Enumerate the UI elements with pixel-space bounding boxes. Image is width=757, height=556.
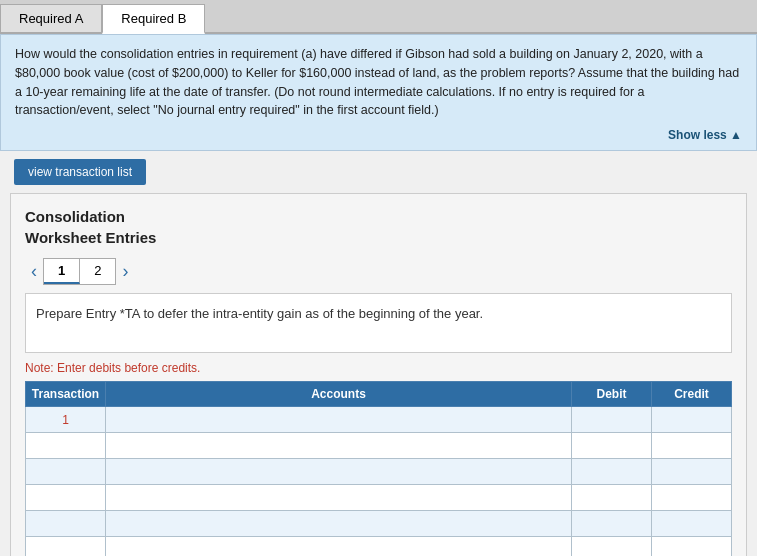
entry-table: Transaction Accounts Debit Credit 1 bbox=[25, 381, 732, 556]
col-accounts: Accounts bbox=[106, 382, 572, 407]
next-entry-arrow[interactable]: › bbox=[116, 261, 134, 282]
debit-cell bbox=[572, 433, 652, 459]
prev-entry-arrow[interactable]: ‹ bbox=[25, 261, 43, 282]
debit-cell bbox=[572, 537, 652, 557]
account-input[interactable] bbox=[106, 407, 571, 432]
transaction-cell bbox=[26, 433, 106, 459]
transaction-cell bbox=[26, 485, 106, 511]
entry-tabs: 1 2 bbox=[43, 258, 116, 285]
account-cell bbox=[106, 433, 572, 459]
debit-input[interactable] bbox=[572, 485, 651, 510]
show-less-button[interactable]: Show less ▲ bbox=[15, 124, 742, 144]
instruction-box: Prepare Entry *TA to defer the intra-ent… bbox=[25, 293, 732, 353]
credit-cell bbox=[652, 407, 732, 433]
instruction-text: Prepare Entry *TA to defer the intra-ent… bbox=[36, 306, 483, 321]
transaction-cell bbox=[26, 511, 106, 537]
entry-tab-1[interactable]: 1 bbox=[44, 259, 80, 284]
debit-cell bbox=[572, 485, 652, 511]
credit-cell bbox=[652, 511, 732, 537]
credit-cell bbox=[652, 537, 732, 557]
account-cell bbox=[106, 485, 572, 511]
credit-input[interactable] bbox=[652, 537, 731, 556]
credit-input[interactable] bbox=[652, 485, 731, 510]
transaction-cell: 1 bbox=[26, 407, 106, 433]
tabs-bar: Required A Required B bbox=[0, 0, 757, 34]
account-cell bbox=[106, 407, 572, 433]
view-transaction-button[interactable]: view transaction list bbox=[14, 159, 146, 185]
debit-input[interactable] bbox=[572, 407, 651, 432]
debit-input[interactable] bbox=[572, 433, 651, 458]
account-input[interactable] bbox=[106, 485, 571, 510]
transaction-cell bbox=[26, 459, 106, 485]
credit-input[interactable] bbox=[652, 459, 731, 484]
note-text: Note: Enter debits before credits. bbox=[25, 361, 732, 375]
entry-navigation: ‹ 1 2 › bbox=[25, 258, 732, 285]
table-row: 1 bbox=[26, 407, 732, 433]
debit-input[interactable] bbox=[572, 537, 651, 556]
col-transaction: Transaction bbox=[26, 382, 106, 407]
account-input[interactable] bbox=[106, 459, 571, 484]
debit-cell bbox=[572, 407, 652, 433]
account-input[interactable] bbox=[106, 433, 571, 458]
col-debit: Debit bbox=[572, 382, 652, 407]
table-row bbox=[26, 511, 732, 537]
tab-required-b[interactable]: Required B bbox=[102, 4, 205, 34]
account-input[interactable] bbox=[106, 511, 571, 536]
table-row bbox=[26, 459, 732, 485]
entry-tab-2[interactable]: 2 bbox=[80, 259, 115, 284]
table-row bbox=[26, 433, 732, 459]
credit-input[interactable] bbox=[652, 511, 731, 536]
main-panel: Consolidation Worksheet Entries ‹ 1 2 › … bbox=[10, 193, 747, 556]
debit-cell bbox=[572, 459, 652, 485]
account-cell bbox=[106, 511, 572, 537]
credit-cell bbox=[652, 433, 732, 459]
table-row bbox=[26, 537, 732, 557]
table-row bbox=[26, 485, 732, 511]
credit-cell bbox=[652, 485, 732, 511]
question-box: How would the consolidation entries in r… bbox=[0, 34, 757, 151]
credit-cell bbox=[652, 459, 732, 485]
account-cell bbox=[106, 537, 572, 557]
transaction-cell bbox=[26, 537, 106, 557]
credit-input[interactable] bbox=[652, 433, 731, 458]
account-cell bbox=[106, 459, 572, 485]
debit-cell bbox=[572, 511, 652, 537]
tab-required-a[interactable]: Required A bbox=[0, 4, 102, 32]
debit-input[interactable] bbox=[572, 511, 651, 536]
account-input[interactable] bbox=[106, 537, 571, 556]
credit-input[interactable] bbox=[652, 407, 731, 432]
debit-input[interactable] bbox=[572, 459, 651, 484]
col-credit: Credit bbox=[652, 382, 732, 407]
question-text: How would the consolidation entries in r… bbox=[15, 45, 742, 120]
panel-title: Consolidation Worksheet Entries bbox=[25, 206, 732, 248]
